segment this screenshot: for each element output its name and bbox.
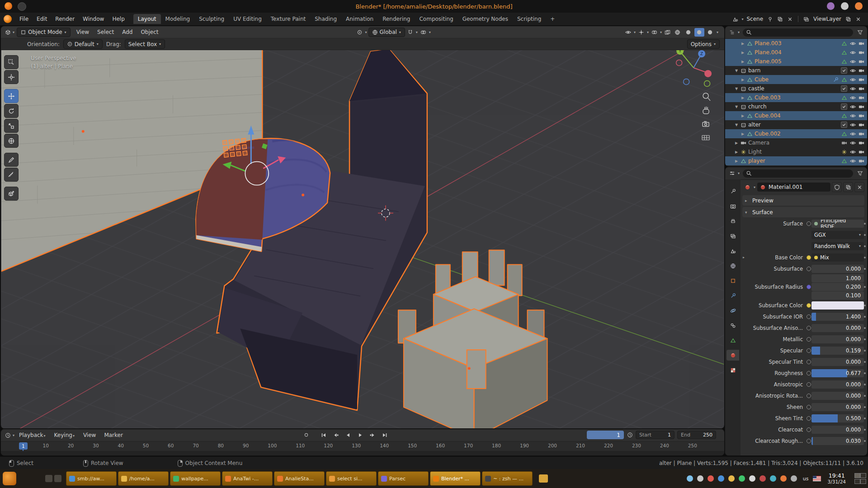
timeline-track[interactable]: [1, 451, 724, 455]
tool-rotate[interactable]: [4, 104, 19, 118]
animate-dot[interactable]: [864, 384, 866, 385]
select-random-walk[interactable]: Random Walk▾: [811, 242, 864, 250]
disclosure-icon[interactable]: ▼: [734, 123, 739, 127]
properties-tab-object[interactable]: [726, 275, 739, 286]
hide-viewport-icon[interactable]: [850, 59, 856, 65]
outliner-item-cube-004[interactable]: ▶Cube.004: [725, 111, 867, 120]
workspace-tab--[interactable]: +: [546, 14, 559, 24]
workspace-tab-sculpting[interactable]: Sculpting: [194, 14, 229, 24]
tray-icon[interactable]: [760, 475, 766, 482]
workspace-tab-compositing[interactable]: Compositing: [415, 14, 458, 24]
new-material-button[interactable]: [843, 182, 853, 192]
shading-solid-button[interactable]: [684, 28, 693, 37]
hide-viewport-icon[interactable]: [850, 158, 856, 164]
value-slider[interactable]: 0.000: [811, 324, 864, 332]
outliner-item-camera[interactable]: ▶Camera: [725, 138, 867, 147]
workspace-tab-scripting[interactable]: Scripting: [513, 14, 546, 24]
tool-add-cube[interactable]: [4, 187, 19, 201]
animate-dot[interactable]: [864, 305, 866, 306]
menu-edit[interactable]: Edit: [33, 16, 51, 22]
value-slider[interactable]: 0.000: [811, 265, 864, 273]
animate-dot[interactable]: [864, 361, 866, 363]
menu-render[interactable]: Render: [51, 16, 79, 22]
panel-preview[interactable]: ▸Preview: [742, 195, 864, 206]
disclosure-icon[interactable]: ▶: [741, 96, 745, 100]
axis-neg-x-ball[interactable]: [676, 60, 682, 66]
shading-material-button[interactable]: [694, 28, 704, 37]
taskbar-window-parsec[interactable]: Parsec: [378, 471, 429, 486]
properties-tab-scene[interactable]: [726, 245, 739, 256]
unlink-scene-button[interactable]: [786, 15, 794, 23]
collection-checkbox[interactable]: [841, 103, 847, 110]
viewlayer-name[interactable]: ViewLayer: [812, 16, 843, 22]
value-slider[interactable]: 1.400: [811, 313, 864, 321]
outliner-item-plane-003[interactable]: ▶Plane.003: [725, 39, 867, 48]
new-scene-button[interactable]: [776, 15, 784, 23]
disclosure-icon[interactable]: ▶: [741, 51, 745, 55]
applications-menu-button[interactable]: [3, 472, 16, 485]
hide-viewport-icon[interactable]: [850, 68, 856, 74]
play-reverse-button[interactable]: [344, 431, 353, 439]
animate-dot[interactable]: [864, 395, 866, 397]
fake-user-button[interactable]: [832, 182, 842, 192]
pin-scene-icon[interactable]: [766, 15, 774, 23]
hide-viewport-icon[interactable]: [850, 86, 856, 92]
vector-field[interactable]: 0.200: [811, 283, 864, 291]
value-slider[interactable]: 0.677: [811, 369, 864, 377]
value-slider[interactable]: 0.000: [811, 380, 864, 389]
drag-select[interactable]: Select Box▾: [125, 39, 165, 49]
mode-dropdown[interactable]: Object Mode▾: [17, 28, 71, 37]
tray-icon[interactable]: [780, 475, 787, 482]
disclosure-icon[interactable]: ▼: [734, 87, 739, 91]
outliner-item-cube-003[interactable]: ▶Cube.003: [725, 93, 867, 102]
menu-window[interactable]: Window: [79, 16, 108, 22]
collection-checkbox[interactable]: [841, 67, 847, 74]
properties-tab-object-data[interactable]: [726, 335, 739, 346]
workspace-tab-uv-editing[interactable]: UV Editing: [229, 14, 266, 24]
disclosure-icon[interactable]: ▶: [734, 159, 739, 163]
tool-cursor[interactable]: [4, 70, 19, 84]
properties-search-input[interactable]: [743, 169, 853, 178]
timeline-ruler[interactable]: 1102030405060708090100110120130140150160…: [1, 441, 724, 451]
scene-name[interactable]: Scene: [745, 16, 764, 22]
snapping-toggle[interactable]: [406, 28, 415, 36]
animate-dot[interactable]: [864, 327, 866, 329]
tray-icon[interactable]: [749, 475, 755, 482]
disclosure-icon[interactable]: ▶: [734, 141, 739, 145]
properties-tab-tool[interactable]: [726, 186, 739, 197]
hide-viewport-icon[interactable]: [850, 41, 856, 47]
taskbar-window-smb-aw-[interactable]: smb://aw...: [66, 471, 117, 486]
disable-render-icon[interactable]: [859, 122, 864, 128]
axis-x-ball[interactable]: [704, 70, 712, 77]
tool-annotate[interactable]: [4, 153, 19, 167]
properties-tab-output[interactable]: [726, 216, 739, 226]
taskbar-window-wallpape-[interactable]: wallpape...: [170, 471, 221, 486]
properties-tab-view-layer[interactable]: [726, 230, 739, 241]
hide-viewport-icon[interactable]: [850, 122, 856, 128]
viewport-menu-add[interactable]: Add: [118, 29, 137, 35]
vector-field[interactable]: 0.100: [811, 291, 864, 300]
animate-dot[interactable]: [864, 418, 866, 419]
tray-icon[interactable]: [728, 475, 735, 482]
material-name-field[interactable]: Material.001: [757, 183, 830, 192]
outliner-item-alter[interactable]: ▼alter: [725, 120, 867, 129]
taskbar-window-select-si-[interactable]: select si...: [326, 471, 377, 486]
editor-type-button[interactable]: [4, 28, 12, 36]
editor-type-button[interactable]: [728, 169, 736, 177]
tool-move[interactable]: [4, 89, 19, 103]
orientation-dropdown[interactable]: Global▾: [368, 28, 405, 37]
hide-viewport-icon[interactable]: [850, 140, 856, 146]
disable-render-icon[interactable]: [859, 59, 864, 65]
remove-viewlayer-button[interactable]: [854, 15, 863, 23]
shading-wireframe-button[interactable]: [673, 28, 683, 37]
tray-icon[interactable]: [791, 475, 797, 482]
timeline-menu-playback[interactable]: Playback▾: [15, 432, 50, 438]
panel-surface[interactable]: ▾Surface: [742, 207, 864, 217]
object-visibility-button[interactable]: [624, 28, 632, 36]
window-minimize-button[interactable]: [827, 2, 835, 10]
jump-to-end-button[interactable]: [380, 431, 389, 439]
disable-render-icon[interactable]: [859, 41, 864, 47]
hide-viewport-icon[interactable]: [850, 77, 856, 83]
disclosure-icon[interactable]: ▶: [741, 132, 745, 136]
outliner-item-castle[interactable]: ▼castle: [725, 84, 867, 93]
